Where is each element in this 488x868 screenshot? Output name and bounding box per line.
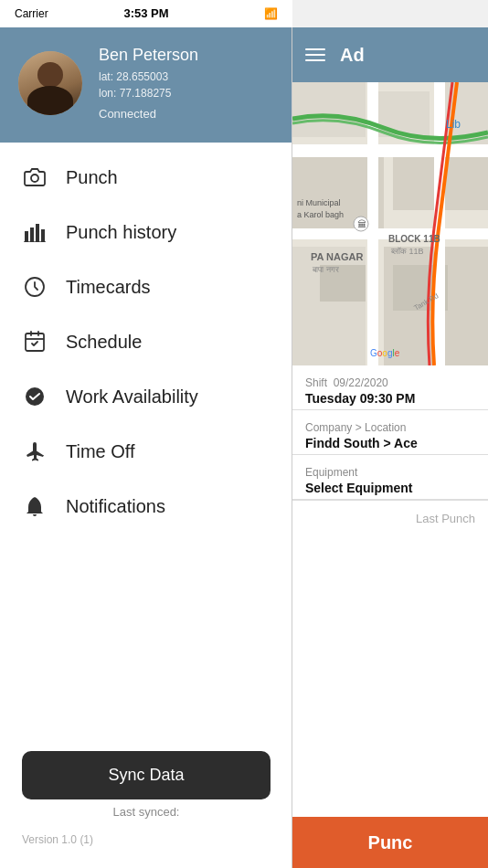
nav-time-off-label: Time Off: [66, 441, 135, 462]
nav-item-work-availability[interactable]: Work Availability: [0, 369, 292, 424]
avatar: [18, 51, 82, 115]
svg-text:🏛: 🏛: [357, 219, 366, 229]
svg-rect-7: [26, 333, 44, 351]
shift-day-time: Tuesday 09:30 PM: [305, 391, 475, 406]
hamburger-icon[interactable]: [305, 48, 325, 61]
last-punch-label: Last Punch: [416, 512, 475, 525]
hamburger-line-1: [305, 48, 325, 50]
nav-punch-history-label: Punch history: [66, 222, 176, 243]
company-location-value: Findd South > Ace: [305, 436, 475, 450]
chart-icon: [22, 219, 48, 245]
plane-icon: [22, 439, 48, 464]
right-topbar: Ad: [292, 27, 488, 82]
right-panel-title: Ad: [340, 45, 365, 66]
svg-text:बापा नगर: बापा नगर: [312, 265, 339, 274]
bell-icon: [22, 493, 48, 519]
left-panel: Carrier 📶 3:53 PM Ben Peterson lat: 28.6…: [0, 0, 292, 868]
nav-work-availability-label: Work Availability: [66, 386, 198, 408]
nav-schedule-label: Schedule: [66, 332, 142, 353]
bottom-section: Sync Data Last synced: Version 1.0 (1): [0, 736, 292, 868]
map-area: ni Municipal a Karol bagh PA NAGAR बापा …: [292, 82, 488, 365]
shift-date-row: Shift 09/22/2020 Tuesday 09:30 PM: [292, 365, 488, 409]
map-svg: ni Municipal a Karol bagh PA NAGAR बापा …: [292, 82, 488, 365]
sync-data-button[interactable]: Sync Data: [22, 751, 271, 799]
checkmark-circle-icon: [22, 384, 48, 409]
hamburger-line-3: [305, 59, 325, 61]
profile-name: Ben Peterson: [99, 46, 198, 65]
profile-header: Ben Peterson lat: 28.655003 lon: 77.1882…: [0, 27, 292, 143]
wifi-icon: 📶: [264, 7, 278, 20]
svg-rect-4: [41, 229, 45, 242]
nav-item-time-off[interactable]: Time Off: [0, 424, 292, 479]
nav-notifications-label: Notifications: [66, 496, 165, 517]
nav-item-punch-history[interactable]: Punch history: [0, 205, 292, 259]
equipment-label: Equipment: [305, 466, 475, 479]
last-punch-bar: Last Punch: [292, 500, 488, 532]
shift-panel: Shift 09/22/2020 Tuesday 09:30 PM Compan…: [292, 365, 488, 817]
profile-lon: lon: 77.188275: [99, 85, 198, 101]
status-time: 3:53 PM: [123, 6, 168, 20]
profile-status: Connected: [99, 107, 198, 121]
svg-text:ब्लॉक 11B: ब्लॉक 11B: [390, 247, 424, 256]
svg-text:Google: Google: [370, 348, 400, 358]
avatar-image: [18, 51, 82, 115]
svg-rect-22: [292, 144, 488, 157]
svg-text:BLOCK 11B: BLOCK 11B: [388, 234, 440, 244]
svg-rect-14: [375, 91, 430, 137]
camera-icon: [22, 164, 48, 190]
nav-punch-label: Punch: [66, 167, 118, 188]
svg-rect-3: [36, 224, 39, 242]
company-location-row: Company > Location Findd South > Ace: [292, 410, 488, 454]
svg-text:a Karol bagh: a Karol bagh: [297, 210, 344, 219]
company-location-label: Company > Location: [305, 421, 475, 434]
clock-icon: [22, 274, 48, 300]
profile-lat: lat: 28.655003: [99, 69, 198, 85]
svg-rect-2: [30, 228, 34, 242]
nav-timecards-label: Timecards: [66, 277, 151, 298]
panel-divider: [292, 0, 292, 868]
nav-menu: Punch Punch history: [0, 143, 292, 736]
punch-button-text: Punc: [368, 832, 413, 853]
carrier-text: Carrier: [15, 7, 48, 20]
profile-info: Ben Peterson lat: 28.655003 lon: 77.1882…: [99, 46, 198, 121]
nav-item-timecards[interactable]: Timecards: [0, 259, 292, 314]
svg-rect-1: [25, 231, 28, 242]
right-panel: ➤ Ad: [292, 0, 488, 868]
calendar-icon: [22, 329, 48, 355]
nav-item-notifications[interactable]: Notifications: [0, 479, 292, 534]
equipment-value: Select Equipment: [305, 481, 475, 495]
shift-label: Shift 09/22/2020: [305, 376, 475, 389]
svg-rect-13: [292, 82, 366, 137]
status-bar-left: Carrier 📶 3:53 PM: [0, 0, 292, 27]
svg-point-0: [31, 175, 38, 182]
equipment-row: Equipment Select Equipment: [292, 455, 488, 499]
svg-text:Lib: Lib: [446, 118, 461, 131]
last-synced-text: Last synced:: [22, 805, 271, 819]
svg-text:PA NAGAR: PA NAGAR: [311, 251, 364, 262]
nav-item-schedule[interactable]: Schedule: [0, 314, 292, 369]
nav-item-punch[interactable]: Punch: [0, 150, 292, 205]
version-text: Version 1.0 (1): [22, 833, 271, 846]
punch-button[interactable]: Punc: [292, 817, 488, 868]
svg-text:ni Municipal: ni Municipal: [297, 198, 341, 207]
hamburger-line-2: [305, 54, 325, 56]
